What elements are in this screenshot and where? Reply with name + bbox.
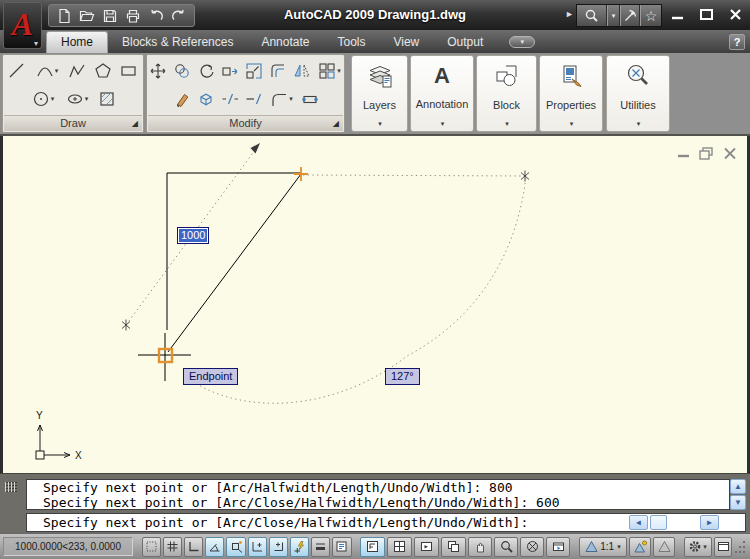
ellipse-button[interactable]: ▾ [62, 87, 92, 111]
object-snap-tracking-toggle-button[interactable] [248, 537, 267, 557]
tab-view[interactable]: View [379, 33, 433, 53]
auto-annotation-scale-button[interactable] [653, 537, 675, 557]
minimize-icon [676, 147, 692, 160]
drawing-restore-button[interactable] [699, 147, 715, 160]
erase-icon [173, 90, 191, 108]
scroll-down-button[interactable]: ▼ [730, 495, 746, 510]
search-button[interactable] [577, 5, 607, 26]
line-button[interactable] [6, 59, 28, 83]
chevron-down-icon: ▾ [34, 39, 38, 48]
ribbon-minimize-button[interactable]: ▾ [509, 36, 535, 48]
circle-button[interactable]: ▾ [28, 87, 58, 111]
line-icon [8, 62, 26, 80]
polygon-button[interactable] [92, 59, 114, 83]
scroll-right-button[interactable]: ▶ [700, 515, 719, 530]
offset-button[interactable] [267, 59, 289, 83]
drawing-minimize-button[interactable] [676, 147, 692, 160]
polygon-icon [94, 62, 112, 80]
polyline-icon [68, 62, 86, 80]
maximize-button[interactable] [696, 6, 716, 22]
circle-icon [32, 90, 50, 108]
array-button[interactable]: ▾ [315, 59, 345, 83]
offset-icon [269, 62, 287, 80]
dialog-launcher-icon[interactable]: ◢ [333, 120, 339, 128]
annotation-visibility-button[interactable] [629, 537, 651, 557]
steering-wheel-button[interactable] [520, 537, 544, 557]
tab-output[interactable]: Output [433, 33, 497, 53]
dynamic-input-field[interactable]: 1000 [177, 227, 209, 244]
drawing-close-button[interactable] [722, 147, 738, 160]
rectangle-button[interactable] [118, 59, 140, 83]
showmotion-button[interactable] [546, 537, 570, 557]
properties-panel-button[interactable]: Properties ▾ [539, 55, 603, 132]
menu-browser-button[interactable]: A ▾ [3, 2, 42, 49]
layout-button[interactable] [387, 537, 412, 557]
minimize-button[interactable] [667, 6, 687, 22]
command-input-line[interactable]: Specify next point or [Arc/Close/Halfwid… [26, 513, 746, 532]
hatch-button[interactable] [96, 87, 118, 111]
stretch-button[interactable] [219, 59, 241, 83]
join-button[interactable] [299, 87, 321, 111]
tab-annotate[interactable]: Annotate [247, 33, 323, 53]
ortho-toggle-button[interactable] [184, 537, 203, 557]
polyline-button[interactable] [66, 59, 88, 83]
layers-panel-button[interactable]: Layers ▾ [351, 55, 408, 132]
communication-center-button[interactable] [620, 5, 640, 26]
polar-tracking-toggle-button[interactable] [205, 537, 224, 557]
clean-screen-button[interactable] [714, 537, 732, 557]
command-drag-grip[interactable] [5, 482, 17, 492]
object-snap-toggle-button[interactable] [226, 537, 245, 557]
drawing-area[interactable]: Y X 1000 Endpoint 127° [3, 136, 747, 473]
snap-toggle-button[interactable] [142, 537, 161, 557]
annotation-scale-button[interactable]: 1:1▾ [579, 537, 627, 557]
showmotion-icon [552, 540, 565, 553]
infocenter-expand-arrow[interactable]: ► [565, 9, 574, 19]
explode-button[interactable] [195, 87, 217, 111]
trim-icon [221, 90, 239, 108]
dialog-launcher-icon[interactable]: ◢ [132, 120, 138, 128]
close-button[interactable] [725, 6, 745, 22]
resize-grip[interactable] [734, 537, 747, 557]
copy-button[interactable] [171, 59, 193, 83]
osnap-icon [230, 540, 243, 553]
model-button[interactable] [360, 537, 385, 557]
resize-grip-icon [734, 537, 747, 557]
extend-button[interactable] [243, 87, 265, 111]
layers-panel-label: Layers [363, 99, 396, 111]
utilities-panel-label: Utilities [620, 99, 655, 111]
favorites-button[interactable]: ☆ [640, 5, 661, 26]
grid-toggle-button[interactable] [163, 537, 182, 557]
lineweight-toggle-button[interactable] [311, 537, 330, 557]
utilities-panel-button[interactable]: Utilities ▾ [606, 55, 670, 132]
drawing-canvas[interactable]: Y X [3, 136, 747, 473]
scroll-thumb[interactable] [650, 515, 667, 530]
command-history-line: Specify next point or [Arc/Close/Halfwid… [43, 495, 729, 510]
annotation-panel-button[interactable]: A Annotation ▾ [410, 55, 474, 132]
dynamic-input-toggle-button[interactable] [290, 537, 309, 557]
arc-button[interactable]: ▾ [32, 59, 62, 83]
block-panel-button[interactable]: Block ▾ [476, 55, 537, 132]
quick-properties-toggle-button[interactable] [332, 537, 351, 557]
tab-home[interactable]: Home [46, 31, 108, 53]
zoom-button[interactable] [494, 537, 518, 557]
fillet-button[interactable]: ▾ [267, 87, 297, 111]
scroll-left-button[interactable]: ◀ [629, 515, 648, 530]
erase-button[interactable] [171, 87, 193, 111]
pan-button[interactable] [468, 537, 492, 557]
scroll-up-button[interactable]: ▲ [730, 479, 746, 494]
search-dropdown-button[interactable]: ▾ [607, 5, 620, 26]
tab-blocks-references[interactable]: Blocks & References [108, 33, 247, 53]
help-button[interactable]: ? [729, 34, 745, 50]
dynamic-ucs-toggle-button[interactable] [269, 537, 288, 557]
workspace-switching-button[interactable]: ▾ [684, 537, 712, 557]
quick-view-drawings-button[interactable] [441, 537, 466, 557]
trim-button[interactable] [219, 87, 241, 111]
mirror-button[interactable] [291, 59, 313, 83]
arc-end-marker [521, 171, 529, 182]
coordinates-readout[interactable]: 1000.0000<233, 0.0000 [3, 537, 133, 556]
rotate-button[interactable] [195, 59, 217, 83]
scale-button[interactable] [243, 59, 265, 83]
tab-tools[interactable]: Tools [323, 33, 379, 53]
move-button[interactable] [147, 59, 169, 83]
quick-view-layouts-button[interactable] [414, 537, 439, 557]
